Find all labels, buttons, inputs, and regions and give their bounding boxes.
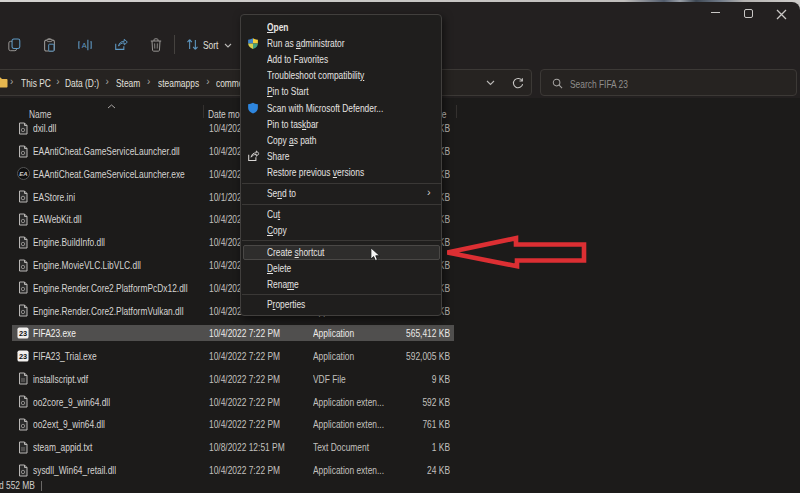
svg-text:23: 23	[19, 352, 27, 361]
svg-text:23: 23	[19, 329, 27, 338]
svg-text:EA: EA	[19, 171, 27, 177]
svg-text:A: A	[82, 41, 87, 50]
